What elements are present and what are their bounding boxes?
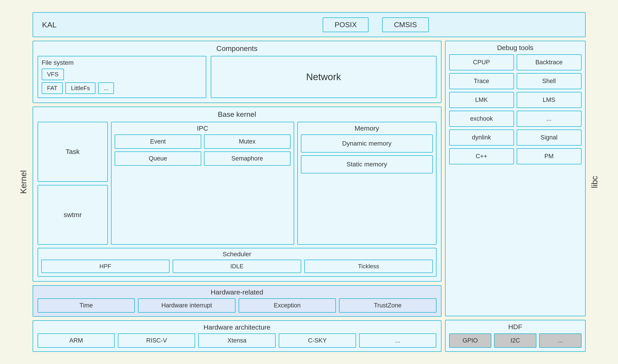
posix-box: POSIX [323,17,369,32]
fat-box: FAT [42,82,63,94]
hw-related-box: Hardware-related Time Hardware interrupt… [33,285,441,317]
left-section: Components File system VFS FAT [33,41,441,352]
mutex-box: Mutex [204,134,290,149]
libc-label: libc [586,8,604,356]
trace-box: Trace [449,73,514,89]
kernel-wrapper: Base kernel Task swtmr IPC [33,107,441,282]
memory-box: Memory Dynamic memory Static memory [297,122,437,245]
gpio-box: GPIO [449,333,492,348]
debug-more-box: ... [517,111,581,127]
queue-box: Queue [115,151,201,166]
backtrace-box: Backtrace [517,54,581,70]
filesystem-box: File system VFS FAT LittleFs ... [38,56,206,98]
task-box: Task [38,122,108,182]
signal-box: Signal [517,130,581,145]
dynlink-box: dynlink [449,130,514,145]
task-swtmr-col: Task swtmr [38,122,108,245]
fs-more-box: ... [98,82,114,94]
pm-box: PM [517,148,581,164]
debug-tools-grid: CPUP Backtrace Trace Shell LMK LMS excho… [449,54,581,164]
trustzone-box: TrustZone [339,298,437,313]
hw-related-title: Hardware-related [38,288,437,296]
hw-arch-title: Hardware architecture [38,324,437,331]
base-kernel-title: Base kernel [38,110,437,119]
top-row-items: POSIX CMSIS [176,17,576,32]
exchook-box: exchook [449,111,514,127]
hw-interrupt-box: Hardware interrupt [138,298,235,313]
components-inner: File system VFS FAT LittleFs ... [38,56,437,98]
arm-box: ARM [38,333,115,348]
shell-box: Shell [517,73,581,89]
memory-title: Memory [301,125,433,132]
swtmr-box: swtmr [38,185,108,245]
memory-items: Dynamic memory Static memory [301,134,433,173]
static-memory-box: Static memory [301,155,433,173]
hpf-box: HPF [41,260,170,273]
filesystem-items: VFS FAT LittleFs ... [42,69,202,94]
event-box: Event [115,134,201,149]
components-title: Components [38,44,437,53]
ipc-box: IPC Event Mutex Queue Semaphore [111,122,294,245]
debug-tools-title: Debug tools [449,44,581,52]
hdf-box: HDF GPIO I2C ... [445,320,586,352]
riscv-box: RISC-V [118,333,195,348]
components-box: Components File system VFS FAT [33,41,441,103]
hdf-title: HDF [449,323,581,331]
dynamic-memory-box: Dynamic memory [301,134,433,153]
vfs-box: VFS [42,69,64,80]
kernel-label: Kernel [14,8,33,356]
main-content-row: Components File system VFS FAT [33,41,586,352]
hw-related-items: Time Hardware interrupt Exception TrustZ… [38,298,437,313]
network-box: Network [211,56,437,98]
tickless-box: Tickless [304,260,433,273]
littlefs-box: LittleFs [66,82,96,94]
scheduler-box: Scheduler HPF IDLE Tickless [38,248,437,277]
time-box: Time [38,298,135,313]
i2c-box: I2C [494,333,536,348]
lms-box: LMS [517,92,581,108]
kal-label: KAL [42,20,176,29]
xtensa-box: Xtensa [198,333,275,348]
filesystem-title: File system [42,59,202,66]
exception-box: Exception [239,298,336,313]
semaphore-box: Semaphore [204,151,290,166]
filesystem-row-2: FAT LittleFs ... [42,82,202,94]
hdf-more-box: ... [539,333,581,348]
cpup-box: CPUP [449,54,514,70]
top-row: KAL POSIX CMSIS [33,12,586,37]
right-section: Debug tools CPUP Backtrace Trace Shell L… [445,41,586,352]
debug-tools-box: Debug tools CPUP Backtrace Trace Shell L… [445,41,586,316]
cmsis-box: CMSIS [382,17,428,32]
cpp-box: C++ [449,148,514,164]
hw-arch-box: Hardware architecture ARM RISC-V Xtensa … [33,320,441,352]
filesystem-row-1: VFS [42,69,202,80]
ipc-grid: Event Mutex Queue Semaphore [115,134,290,166]
scheduler-items: HPF IDLE Tickless [41,260,433,273]
idle-box: IDLE [173,260,301,273]
hw-arch-items: ARM RISC-V Xtensa C-SKY ... [38,333,437,348]
ipc-title: IPC [115,125,290,132]
hw-more-box: ... [359,333,437,348]
base-kernel-content: Task swtmr IPC Event Mutex Queue S [38,122,437,277]
csky-box: C-SKY [279,333,356,348]
lmk-box: LMK [449,92,514,108]
base-kernel-top-row: Task swtmr IPC Event Mutex Queue S [38,122,437,245]
scheduler-title: Scheduler [41,251,433,258]
hdf-items: GPIO I2C ... [449,333,581,348]
